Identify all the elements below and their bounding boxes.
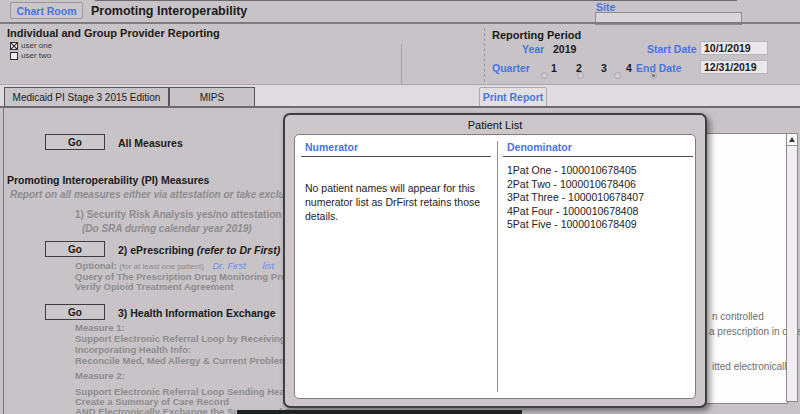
patient-list-item: 4Pat Four - 1000010678408	[507, 205, 644, 219]
denominator-patient-list: 1Pat One - 1000010678405 2Pat Two - 1000…	[507, 164, 644, 232]
measure3-measure2-label: Measure 2:	[75, 370, 125, 381]
measure1-title: 1) Security Risk Analysis yes/no attesta…	[75, 209, 281, 220]
scrollbar-up-button[interactable]	[787, 134, 797, 146]
user-two-checkbox[interactable]	[10, 52, 18, 60]
numerator-column-header: Numerator	[305, 141, 358, 153]
detail-text-fragment-3: itted electronically	[712, 361, 791, 372]
end-date-input[interactable]: 12/31/2019	[700, 60, 768, 74]
column-divider	[497, 141, 498, 392]
optional-note: (for at least one patient)	[119, 262, 204, 271]
all-measures-label: All Measures	[118, 137, 183, 149]
numerator-message: No patient names will appear for this nu…	[305, 181, 493, 223]
end-date-label: End Date	[636, 62, 682, 74]
page-title: Promoting Interoperability	[91, 4, 247, 18]
chart-room-button[interactable]: Chart Room	[10, 2, 83, 19]
patient-list-item: 2Pat Two - 1000010678406	[507, 178, 644, 192]
quarter-label: Quarter	[492, 62, 530, 74]
numerator-header-underline	[301, 156, 491, 157]
quarter-1-radio[interactable]	[541, 72, 548, 79]
patient-list-item: 1Pat One - 1000010678405	[507, 164, 644, 178]
patient-list-dialog-title: Patient List	[285, 119, 705, 131]
quarter-3-radio[interactable]	[614, 72, 621, 79]
measure3-m1-line2: Incorporating Health Info:	[75, 344, 191, 355]
user-one-checkbox[interactable]	[10, 42, 18, 50]
vertical-scrollbar[interactable]	[786, 133, 798, 402]
tab-mips-label: MIPS	[200, 92, 224, 103]
dr-first-link[interactable]: Dr. First	[212, 260, 245, 271]
year-value[interactable]: 2019	[553, 43, 576, 55]
print-report-button[interactable]: Print Report	[479, 87, 547, 107]
denominator-header-underline	[503, 156, 693, 157]
user-one-checkbox-row[interactable]: user one	[10, 41, 52, 50]
measure3-m1-line3: Reconcile Med, Med Allergy & Current Pro…	[75, 355, 307, 366]
content-left-border	[3, 107, 4, 414]
vertical-divider	[401, 44, 402, 84]
tab-mips[interactable]: MIPS	[169, 87, 255, 107]
user-one-label: user one	[21, 41, 52, 50]
measure2-ref-note: (refer to Dr First)	[197, 244, 280, 256]
go-health-info-exchange-button[interactable]: Go	[45, 304, 105, 320]
provider-reporting-heading: Individual and Group Provider Reporting	[7, 27, 220, 39]
bottom-window-edge	[237, 410, 522, 414]
quarter-3-label[interactable]: 3	[601, 62, 607, 74]
measure3-title: 3) Health Information Exchange	[118, 307, 276, 319]
go-eprescribing-button[interactable]: Go	[45, 241, 105, 257]
patient-list-dialog-body: Numerator Denominator No patient names w…	[294, 134, 696, 399]
header-divider	[0, 22, 800, 24]
measure2-title: 2) ePrescribing	[118, 244, 194, 256]
detail-text-fragment-1: n controlled	[712, 311, 764, 322]
patient-list-item: 5Pat Five - 1000010678409	[507, 218, 644, 232]
measure3-measure1-label: Measure 1:	[75, 322, 125, 333]
pi-measures-heading: Promoting Interoperability (PI) Measures	[7, 174, 209, 186]
reporting-period-dashed-divider	[484, 28, 485, 82]
start-date-input[interactable]: 10/1/2019	[700, 41, 768, 55]
app-window: Chart Room Promoting Interoperability Si…	[0, 0, 800, 414]
list-link[interactable]: list	[263, 260, 275, 271]
tab-bottom-line	[0, 106, 800, 108]
patient-list-item: 3Pat Three - 1000010678407	[507, 191, 644, 205]
measure3-m1-line1: Support Electronic Referral Loop by Rece…	[75, 333, 305, 344]
measure1-note: (Do SRA during calendar year 2019)	[82, 223, 252, 234]
top-border-line	[95, 0, 737, 1]
year-label: Year	[522, 43, 544, 55]
go-all-measures-button[interactable]: Go	[45, 134, 105, 150]
quarter-2-label[interactable]: 2	[576, 62, 582, 74]
pi-measures-note: Report on all measures either via attest…	[10, 189, 305, 200]
reporting-period-heading: Reporting Period	[492, 29, 581, 41]
quarter-4-label[interactable]: 4	[626, 62, 632, 74]
measure2-line2: Verify Opioid Treatment Agreement	[75, 281, 234, 292]
optional-label: Optional:	[75, 260, 117, 271]
start-date-label: Start Date	[647, 43, 697, 55]
denominator-column-header: Denominator	[507, 141, 572, 153]
tab-medicaid-pi-stage3[interactable]: Medicaid PI Stage 3 2015 Edition	[4, 87, 169, 107]
quarter-1-label[interactable]: 1	[551, 62, 557, 74]
user-two-checkbox-row[interactable]: user two	[10, 51, 51, 60]
tab-medicaid-label: Medicaid PI Stage 3 2015 Edition	[13, 92, 161, 103]
user-two-label: user two	[21, 51, 51, 60]
scroll-up-icon	[789, 137, 795, 142]
patient-list-dialog: Patient List Numerator Denominator No pa…	[283, 113, 707, 408]
